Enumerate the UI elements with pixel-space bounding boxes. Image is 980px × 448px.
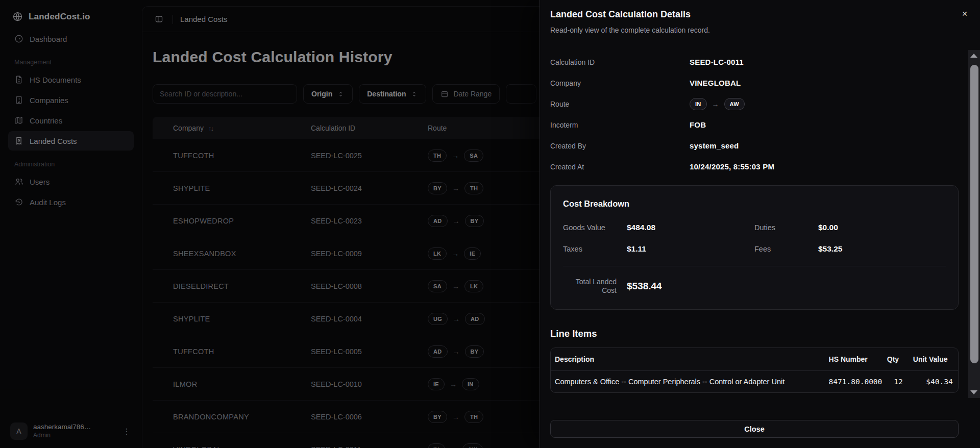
field-incoterm: Incoterm FOB [550, 114, 970, 135]
scrollbar [968, 50, 980, 398]
hs-number-cell: 8471.80.0000 [824, 370, 882, 392]
cost-breakdown-card: Cost Breakdown Goods Value $484.08 Dutie… [550, 185, 959, 310]
origin-country-badge: IN [690, 98, 707, 110]
cost-breakdown-title: Cost Breakdown [563, 199, 946, 209]
field-created-by: Created By system_seed [550, 135, 970, 156]
column-header-description: Description [551, 348, 824, 371]
scroll-up-arrow[interactable] [970, 54, 977, 58]
cost-item-duties: Duties $0.00 [754, 223, 946, 232]
detail-fields: Calculation ID SEED-LC-0011 Company VINE… [550, 52, 970, 177]
line-items-table: Description HS Number Qty Unit Value Lin… [550, 347, 959, 393]
field-company: Company VINEGLOBAL [550, 72, 970, 93]
scroll-down-arrow[interactable] [970, 390, 977, 394]
sheet-overlay[interactable] [0, 0, 540, 448]
cost-item-goods-value: Goods Value $484.08 [563, 223, 754, 232]
cost-item-taxes: Taxes $1.11 [563, 244, 754, 254]
line-item-row: Computers & Office -- Computer Periphera… [551, 370, 959, 392]
field-route: Route IN → AW [550, 93, 970, 114]
arrow-right-icon: → [712, 100, 719, 108]
divider [563, 266, 946, 266]
column-header-line-total: Line Total [958, 348, 959, 371]
scrollbar-thumb[interactable] [970, 65, 978, 363]
description-cell: Computers & Office -- Computer Periphera… [551, 370, 824, 392]
close-button[interactable]: Close [550, 420, 959, 438]
total-landed-cost: Total Landed Cost $538.44 [563, 278, 946, 295]
unit-value-cell: $40.34 [908, 370, 958, 392]
column-header-hs-number: HS Number [824, 348, 882, 371]
field-created-at: Created At 10/24/2025, 8:55:03 PM [550, 156, 970, 177]
column-header-qty: Qty [882, 348, 908, 371]
destination-country-badge: AW [724, 98, 745, 110]
panel-subtitle: Read-only view of the complete calculati… [550, 26, 970, 34]
column-header-unit-value: Unit Value [908, 348, 958, 371]
line-items-header-row: Description HS Number Qty Unit Value Lin… [551, 348, 959, 371]
close-icon[interactable]: ✕ [961, 9, 969, 18]
qty-cell: 12 [882, 370, 908, 392]
field-calculation-id: Calculation ID SEED-LC-0011 [550, 52, 970, 72]
line-total-cell [958, 370, 959, 392]
line-items-title: Line Items [550, 328, 970, 339]
cost-item-fees: Fees $53.25 [754, 244, 946, 254]
details-panel: ✕ Landed Cost Calculation Details Read-o… [540, 0, 980, 448]
panel-title: Landed Cost Calculation Details [550, 9, 970, 20]
